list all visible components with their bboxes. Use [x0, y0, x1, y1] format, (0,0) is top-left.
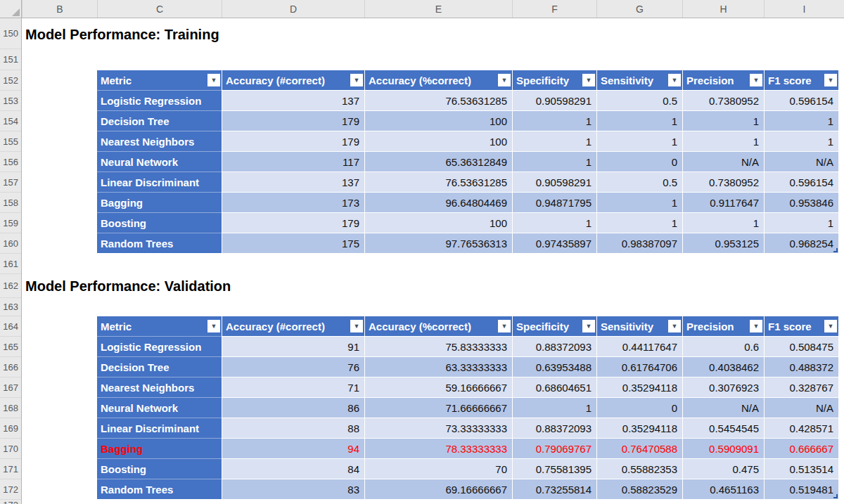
metric-cell[interactable]: Bagging: [97, 192, 222, 212]
header-cell-f1[interactable]: F1 score▼: [764, 70, 838, 90]
value-cell[interactable]: 0.596154: [764, 172, 838, 192]
row-header-162[interactable]: 162: [0, 274, 21, 298]
metric-cell[interactable]: Decision Tree: [97, 110, 222, 131]
column-header-c[interactable]: C: [97, 0, 222, 18]
value-cell[interactable]: 100: [364, 212, 512, 233]
value-cell[interactable]: 0.63953488: [512, 356, 596, 377]
row-header-158[interactable]: 158: [0, 193, 21, 213]
metric-cell[interactable]: Random Trees: [97, 479, 222, 499]
value-cell[interactable]: 0.953846: [764, 192, 838, 212]
value-cell[interactable]: 179: [222, 110, 364, 131]
header-cell-metric[interactable]: Metric▼: [97, 70, 222, 90]
value-cell[interactable]: 0.513514: [764, 458, 838, 479]
value-cell[interactable]: 71: [222, 377, 364, 397]
value-cell[interactable]: N/A: [764, 397, 838, 418]
value-cell[interactable]: 0.596154: [764, 90, 838, 110]
value-cell[interactable]: 0.68604651: [512, 377, 596, 397]
value-cell[interactable]: 0.666667: [764, 438, 838, 458]
row-header-161[interactable]: 161: [0, 254, 21, 274]
value-cell[interactable]: 76.53631285: [364, 172, 512, 192]
value-cell[interactable]: 0.97435897: [512, 233, 596, 253]
column-header-h[interactable]: H: [682, 0, 764, 18]
value-cell[interactable]: 100: [364, 110, 512, 131]
column-header-f[interactable]: F: [512, 0, 596, 18]
filter-dropdown-button[interactable]: ▼: [350, 320, 363, 332]
value-cell[interactable]: N/A: [682, 151, 764, 172]
value-cell[interactable]: 1: [512, 397, 596, 418]
value-cell[interactable]: 91: [222, 336, 364, 356]
value-cell[interactable]: 0.73255814: [512, 479, 596, 499]
value-cell[interactable]: 173: [222, 192, 364, 212]
row-header-153[interactable]: 153: [0, 91, 21, 111]
column-header-d[interactable]: D: [222, 0, 364, 18]
row-header-159[interactable]: 159: [0, 213, 21, 233]
row-header-165[interactable]: 165: [0, 337, 21, 357]
table-resize-handle[interactable]: [833, 494, 838, 498]
value-cell[interactable]: 0.4651163: [682, 479, 764, 499]
value-cell[interactable]: 0.94871795: [512, 192, 596, 212]
value-cell[interactable]: 0.6: [682, 336, 764, 356]
value-cell[interactable]: 0.428571: [764, 418, 838, 438]
value-cell[interactable]: 179: [222, 212, 364, 233]
filter-dropdown-button[interactable]: ▼: [668, 74, 681, 86]
value-cell[interactable]: 0.58823529: [596, 479, 682, 499]
row-header-163[interactable]: 163: [0, 298, 21, 316]
value-cell[interactable]: 1: [596, 192, 682, 212]
filter-dropdown-button[interactable]: ▼: [824, 320, 837, 332]
metric-cell[interactable]: Decision Tree: [97, 356, 222, 377]
value-cell[interactable]: 0.4038462: [682, 356, 764, 377]
filter-dropdown-button[interactable]: ▼: [498, 74, 511, 86]
header-cell-specificity[interactable]: Specificity▼: [512, 70, 596, 90]
value-cell[interactable]: 59.16666667: [364, 377, 512, 397]
training-title[interactable]: Model Performance: Training: [25, 24, 219, 45]
value-cell[interactable]: 0.98387097: [596, 233, 682, 253]
header-cell-precision[interactable]: Precision▼: [682, 316, 764, 336]
value-cell[interactable]: 0.76470588: [596, 438, 682, 458]
value-cell[interactable]: 0.7380952: [682, 90, 764, 110]
value-cell[interactable]: 96.64804469: [364, 192, 512, 212]
header-cell-accuracy-count[interactable]: Accuracy (#correct)▼: [222, 316, 364, 336]
row-header-169[interactable]: 169: [0, 418, 21, 439]
value-cell[interactable]: 0.7380952: [682, 172, 764, 192]
value-cell[interactable]: 179: [222, 131, 364, 151]
value-cell[interactable]: 0.508475: [764, 336, 838, 356]
filter-dropdown-button[interactable]: ▼: [207, 74, 220, 86]
filter-dropdown-button[interactable]: ▼: [582, 74, 595, 86]
value-cell[interactable]: 0.35294118: [596, 377, 682, 397]
row-header-154[interactable]: 154: [0, 111, 21, 131]
row-header-150[interactable]: 150: [0, 18, 21, 49]
table-resize-handle[interactable]: [833, 248, 838, 252]
filter-dropdown-button[interactable]: ▼: [350, 74, 363, 86]
value-cell[interactable]: N/A: [682, 397, 764, 418]
metric-cell[interactable]: Neural Network: [97, 151, 222, 172]
header-cell-precision[interactable]: Precision▼: [682, 70, 764, 90]
row-header-173[interactable]: 173: [0, 500, 21, 504]
value-cell[interactable]: 0.9117647: [682, 192, 764, 212]
value-cell[interactable]: 1: [512, 151, 596, 172]
filter-dropdown-button[interactable]: ▼: [207, 320, 220, 332]
select-all-corner[interactable]: [0, 0, 22, 18]
metric-cell[interactable]: Linear Discriminant: [97, 172, 222, 192]
value-cell[interactable]: 137: [222, 90, 364, 110]
column-header-i[interactable]: I: [764, 0, 844, 18]
value-cell[interactable]: 0.75581395: [512, 458, 596, 479]
value-cell[interactable]: 69.16666667: [364, 479, 512, 499]
header-cell-specificity[interactable]: Specificity▼: [512, 316, 596, 336]
value-cell[interactable]: 1: [512, 212, 596, 233]
filter-dropdown-button[interactable]: ▼: [668, 320, 681, 332]
row-header-160[interactable]: 160: [0, 233, 21, 254]
row-header-152[interactable]: 152: [0, 70, 21, 91]
filter-dropdown-button[interactable]: ▼: [750, 320, 762, 332]
value-cell[interactable]: 0.953125: [682, 233, 764, 253]
row-header-151[interactable]: 151: [0, 49, 21, 70]
metric-cell[interactable]: Boosting: [97, 212, 222, 233]
filter-dropdown-button[interactable]: ▼: [498, 320, 511, 332]
filter-dropdown-button[interactable]: ▼: [824, 74, 837, 86]
metric-cell[interactable]: Boosting: [97, 458, 222, 479]
value-cell[interactable]: 83: [222, 479, 364, 499]
value-cell[interactable]: 84: [222, 458, 364, 479]
value-cell[interactable]: 0.88372093: [512, 418, 596, 438]
header-cell-sensitivity[interactable]: Sensitivity▼: [596, 70, 682, 90]
row-header-167[interactable]: 167: [0, 377, 21, 398]
value-cell[interactable]: 1: [512, 110, 596, 131]
